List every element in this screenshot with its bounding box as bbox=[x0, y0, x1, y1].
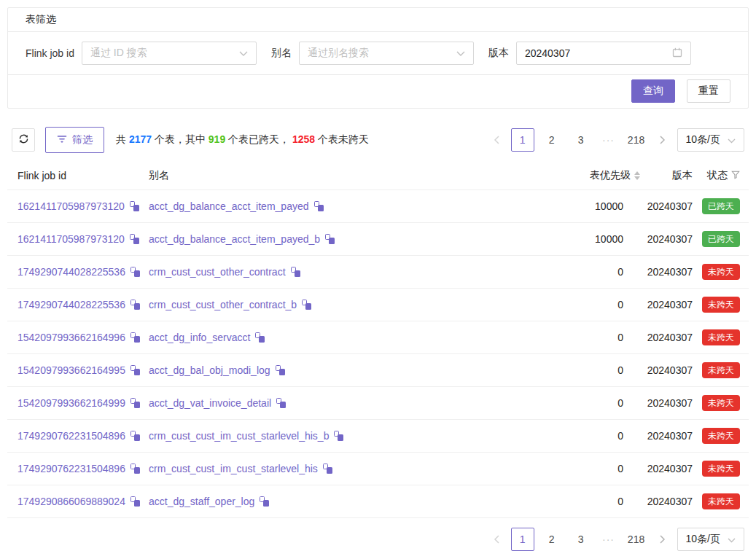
job-id-link[interactable]: 1542097993662164996 bbox=[17, 332, 125, 343]
alias-link[interactable]: crm_cust_cust_other_contract bbox=[149, 266, 286, 278]
next-page-button[interactable] bbox=[654, 128, 671, 152]
alias-link[interactable]: acct_dg_vat_invoice_detail bbox=[149, 397, 271, 409]
filter-button[interactable]: 筛选 bbox=[45, 127, 104, 153]
copy-icon[interactable] bbox=[130, 496, 140, 507]
alias-link[interactable]: crm_cust_cust_im_cust_starlevel_his bbox=[149, 463, 318, 474]
page-number-3[interactable]: 3 bbox=[569, 128, 593, 152]
column-header-job-id: Flink job id bbox=[7, 163, 149, 190]
job-id-link[interactable]: 1542097993662164995 bbox=[17, 364, 125, 376]
status-badge: 已跨天 bbox=[702, 198, 740, 214]
reset-button[interactable]: 重置 bbox=[687, 79, 730, 103]
alias-select[interactable]: 通过别名搜索 bbox=[299, 42, 474, 65]
prev-page-button[interactable] bbox=[488, 528, 505, 551]
results-table: Flink job id 别名 表优先级 版本 状态 bbox=[7, 163, 749, 518]
table-row: 1749290744028225536 crm_cust_cust_other_… bbox=[7, 256, 749, 289]
page-number-1[interactable]: 1 bbox=[511, 128, 534, 152]
alias-link[interactable]: acct_dg_bal_obj_modi_log bbox=[149, 364, 270, 376]
copy-icon[interactable] bbox=[276, 365, 285, 375]
page-size-select[interactable]: 10条/页 bbox=[677, 128, 744, 152]
status-badge: 未跨天 bbox=[702, 461, 740, 477]
page-number-2[interactable]: 2 bbox=[540, 128, 564, 152]
page-ellipsis[interactable]: ··· bbox=[599, 134, 619, 146]
stats-prefix: 共 bbox=[116, 133, 129, 145]
status-badge: 未跨天 bbox=[702, 428, 740, 444]
copy-icon[interactable] bbox=[130, 431, 140, 441]
job-id-link[interactable]: 1621411705987973120 bbox=[17, 200, 125, 212]
version-cell: 20240307 bbox=[640, 256, 693, 289]
job-id-link[interactable]: 1542097993662164999 bbox=[17, 397, 125, 409]
copy-icon[interactable] bbox=[302, 300, 311, 310]
copy-icon[interactable] bbox=[130, 234, 139, 244]
stats-crossed-count: 919 bbox=[209, 133, 225, 145]
copy-icon[interactable] bbox=[130, 300, 140, 310]
copy-icon[interactable] bbox=[325, 234, 335, 244]
flink-job-id-placeholder: 通过 ID 搜索 bbox=[90, 47, 147, 60]
page-number-last[interactable]: 218 bbox=[625, 528, 648, 551]
table-row: 1621411705987973120 acct_dg_balance_acct… bbox=[7, 190, 749, 223]
status-header-label: 状态 bbox=[707, 169, 728, 182]
version-cell: 20240307 bbox=[640, 420, 693, 453]
copy-icon[interactable] bbox=[130, 365, 140, 375]
copy-icon[interactable] bbox=[130, 464, 140, 474]
refresh-button[interactable] bbox=[12, 128, 35, 152]
prev-page-button[interactable] bbox=[488, 128, 505, 152]
page-number-1[interactable]: 1 bbox=[511, 528, 534, 551]
page-size-value: 10条/页 bbox=[686, 533, 720, 546]
priority-header-label: 表优先级 bbox=[590, 169, 631, 182]
version-date-picker[interactable] bbox=[516, 42, 691, 65]
column-header-alias: 别名 bbox=[149, 163, 531, 190]
page-number-2[interactable]: 2 bbox=[540, 528, 564, 551]
job-id-link[interactable]: 1749290762231504896 bbox=[17, 430, 125, 442]
copy-icon[interactable] bbox=[314, 201, 324, 211]
query-button[interactable]: 查询 bbox=[631, 79, 675, 103]
column-filter-icon[interactable] bbox=[731, 170, 740, 181]
priority-cell: 10000 bbox=[531, 190, 640, 223]
job-id-link[interactable]: 1749290744028225536 bbox=[17, 299, 125, 310]
alias-link[interactable]: acct_dg_info_servacct bbox=[149, 332, 250, 343]
table-row: 1749290762231504896 crm_cust_cust_im_cus… bbox=[7, 453, 749, 485]
copy-icon[interactable] bbox=[334, 431, 343, 441]
copy-icon[interactable] bbox=[130, 398, 140, 408]
version-date-input[interactable] bbox=[525, 47, 656, 59]
table-stats: 共 2177 个表，其中 919 个表已跨天， 1258 个表未跨天 bbox=[116, 133, 369, 146]
filter-actions-row: 查询 重置 bbox=[8, 75, 748, 108]
sort-icon[interactable] bbox=[634, 171, 640, 180]
chevron-down-icon bbox=[728, 134, 736, 146]
flink-job-id-select[interactable]: 通过 ID 搜索 bbox=[82, 42, 257, 65]
table-row: 1542097993662164999 acct_dg_vat_invoice_… bbox=[7, 387, 749, 420]
alias-link[interactable]: crm_cust_cust_im_cust_starlevel_his_b bbox=[149, 430, 329, 442]
page-number-last[interactable]: 218 bbox=[625, 128, 648, 152]
job-id-link[interactable]: 1621411705987973120 bbox=[17, 233, 125, 245]
copy-icon[interactable] bbox=[255, 332, 265, 343]
next-page-button[interactable] bbox=[654, 528, 671, 551]
stats-suffix: 个表未跨天 bbox=[315, 133, 369, 145]
page-ellipsis[interactable]: ··· bbox=[599, 533, 619, 545]
chevron-down-icon bbox=[239, 47, 248, 59]
copy-icon[interactable] bbox=[130, 201, 139, 211]
table-row: 1749290866069889024 acct_dg_staff_oper_l… bbox=[7, 485, 749, 518]
status-badge: 未跨天 bbox=[702, 493, 740, 509]
filter-fields-row: Flink job id 通过 ID 搜索 别名 通过别名搜索 bbox=[8, 32, 748, 75]
alias-link[interactable]: crm_cust_cust_other_contract_b bbox=[149, 299, 297, 310]
job-id-link[interactable]: 1749290744028225536 bbox=[17, 266, 125, 278]
copy-icon[interactable] bbox=[130, 332, 140, 343]
copy-icon[interactable] bbox=[323, 464, 332, 474]
priority-cell: 10000 bbox=[531, 223, 640, 256]
copy-icon[interactable] bbox=[260, 496, 269, 507]
alias-link[interactable]: acct_dg_balance_acct_item_payed bbox=[149, 200, 309, 212]
page-number-3[interactable]: 3 bbox=[569, 528, 593, 551]
version-cell: 20240307 bbox=[640, 321, 693, 354]
job-id-link[interactable]: 1749290866069889024 bbox=[17, 496, 125, 507]
version-cell: 20240307 bbox=[640, 453, 693, 485]
copy-icon[interactable] bbox=[276, 398, 286, 408]
page-size-select[interactable]: 10条/页 bbox=[677, 528, 744, 551]
job-id-link[interactable]: 1749290762231504896 bbox=[17, 463, 125, 474]
priority-cell: 0 bbox=[531, 354, 640, 387]
copy-icon[interactable] bbox=[291, 267, 300, 277]
status-badge: 未跨天 bbox=[702, 264, 740, 280]
status-badge: 未跨天 bbox=[702, 297, 740, 313]
alias-link[interactable]: acct_dg_balance_acct_item_payed_b bbox=[149, 233, 320, 245]
toolbar: 筛选 共 2177 个表，其中 919 个表已跨天， 1258 个表未跨天 1 … bbox=[12, 127, 744, 153]
alias-link[interactable]: acct_dg_staff_oper_log bbox=[149, 496, 254, 507]
copy-icon[interactable] bbox=[130, 267, 140, 277]
